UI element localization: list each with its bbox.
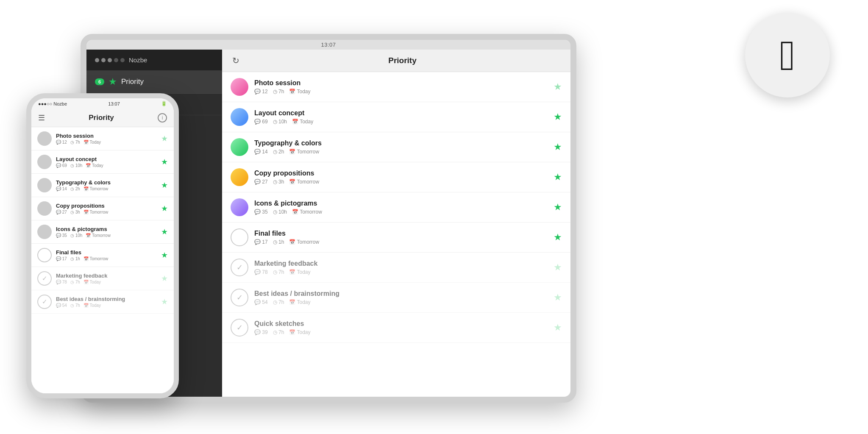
task-star-button[interactable]: ★ [554,202,562,213]
task-due: 📅 Tomorrow [292,209,322,215]
phone-task-meta: 💬 27 ◷ 3h 📅 Tomorrow [56,210,161,214]
task-info: Icons & pictograms 💬 35 ◷ 10h 📅 Tomorrow [254,200,554,215]
phone-task-info: Photo session 💬 12 ◷ 7h 📅 Today [56,133,161,145]
task-meta: 💬 27 ◷ 3h 📅 Tomorrow [254,179,554,185]
task-star-button[interactable]: ★ [554,172,562,183]
phone-task-item[interactable]: Copy propositions 💬 27 ◷ 3h 📅 Tomorrow ★ [31,197,174,220]
phone-task-star-button[interactable]: ★ [161,134,168,143]
task-avatar [231,78,248,96]
task-item[interactable]: Typography & colors 💬 14 ◷ 2h 📅 Tomorrow… [222,132,570,162]
phone-task-info: Layout concept 💬 69 ◷ 10h 📅 Today [56,156,161,168]
task-comments: 💬 27 [254,179,268,185]
phone-task-meta: 💬 14 ◷ 2h 📅 Tomorrow [56,186,161,191]
phone-comments: 💬 27 [56,210,67,214]
task-star-button[interactable]: ★ [554,81,562,92]
task-item[interactable]: Layout concept 💬 69 ◷ 10h 📅 Today ★ [222,102,570,132]
phone-time: ◷ 3h [70,210,80,214]
task-time: ◷ 10h [273,209,287,215]
phone-task-title: Icons & pictograms [56,226,161,232]
phone-header: ☰ Priority i [31,109,174,127]
task-time: ◷ 7h [273,269,284,275]
task-item[interactable]: Photo session 💬 12 ◷ 7h 📅 Today ★ [222,72,570,102]
phone-due: 📅 Today [83,140,101,145]
task-item[interactable]: ✓ Quick sketches 💬 39 ◷ 7h 📅 Today ★ [222,313,570,343]
phone-task-star-button[interactable]: ★ [161,157,168,167]
phone-task-item[interactable]: ✓ Marketing feedback 💬 78 ◷ 7h 📅 Today ★ [31,267,174,290]
task-due: 📅 Today [292,119,313,125]
phone-task-star-button[interactable]: ★ [161,250,168,260]
task-time: ◷ 10h [273,119,287,125]
sidebar-badge-priority: 6 [95,78,104,85]
phone-task-item[interactable]: Layout concept 💬 69 ◷ 10h 📅 Today ★ [31,150,174,174]
phone-due: 📅 Tomorrow [83,256,108,261]
phone-task-item[interactable]: Typography & colors 💬 14 ◷ 2h 📅 Tomorrow… [31,174,174,197]
phone-task-title: Layout concept [56,156,161,162]
tablet-status-bar: 13:07 [86,40,570,50]
phone-task-avatar [37,248,52,262]
sidebar-label-priority: Priority [121,78,144,86]
phone-due: 📅 Today [83,303,101,308]
task-star-button[interactable]: ★ [554,111,562,122]
phone-task-title: Photo session [56,133,161,139]
task-item[interactable]: ✓ Best ideas / brainstorming 💬 54 ◷ 7h 📅… [222,283,570,313]
task-info: Copy propositions 💬 27 ◷ 3h 📅 Tomorrow [254,170,554,185]
task-due: 📅 Tomorrow [289,149,319,155]
sidebar-item-priority[interactable]: 6 ★ Priority [86,70,222,94]
phone-task-info: Copy propositions 💬 27 ◷ 3h 📅 Tomorrow [56,203,161,214]
task-item[interactable]: ✓ Marketing feedback 💬 78 ◷ 7h 📅 Today ★ [222,253,570,283]
refresh-icon[interactable]: ↻ [232,56,239,66]
phone-task-item[interactable]: Icons & pictograms 💬 35 ◷ 10h 📅 Tomorrow… [31,220,174,244]
phone-task-meta: 💬 54 ◷ 7h 📅 Today [56,303,161,308]
task-info: Final files 💬 17 ◷ 1h 📅 Tomorrow [254,230,554,245]
task-comments: 💬 54 [254,299,268,305]
phone-time: ◷ 7h [70,303,80,308]
phone-task-title: Copy propositions [56,203,161,209]
task-title: Typography & colors [254,139,554,147]
phone-task-star-button[interactable]: ★ [161,181,168,190]
task-comments: 💬 78 [254,269,268,275]
phone-task-item[interactable]: ✓ Best ideas / brainstorming 💬 54 ◷ 7h 📅… [31,290,174,314]
phone-device: ●●●○○ Nozbe 13:07 🔋 ☰ Priority i Photo s… [26,93,179,398]
task-item[interactable]: Icons & pictograms 💬 35 ◷ 10h 📅 Tomorrow… [222,192,570,223]
phone-comments: 💬 35 [56,233,67,238]
phone-task-avatar [37,155,52,169]
phone-task-star-button[interactable]: ★ [161,297,168,306]
task-time: ◷ 2h [273,149,284,155]
task-title: Photo session [254,79,554,87]
task-title: Final files [254,230,554,237]
phone-comments: 💬 14 [56,186,67,191]
task-info: Photo session 💬 12 ◷ 7h 📅 Today [254,79,554,95]
phone-task-avatar [37,178,52,192]
task-title: Icons & pictograms [254,200,554,207]
phone-task-item[interactable]: Photo session 💬 12 ◷ 7h 📅 Today ★ [31,127,174,150]
phone-info-icon[interactable]: i [158,113,167,122]
phone-task-meta: 💬 17 ◷ 1h 📅 Tomorrow [56,256,161,261]
phone-task-star-button[interactable]: ★ [161,204,168,213]
task-star-button[interactable]: ★ [554,262,562,273]
phone-task-title: Best ideas / brainstorming [56,296,161,302]
phone-task-star-button[interactable]: ★ [161,274,168,283]
task-avatar [231,108,248,126]
phone-task-item[interactable]: Final files 💬 17 ◷ 1h 📅 Tomorrow ★ [31,244,174,267]
task-avatar [231,228,248,246]
task-star-button[interactable]: ★ [554,292,562,303]
task-star-button[interactable]: ★ [554,232,562,243]
phone-status-bar: ●●●○○ Nozbe 13:07 🔋 [31,98,174,109]
task-comments: 💬 69 [254,119,268,125]
task-meta: 💬 12 ◷ 7h 📅 Today [254,89,554,95]
phone-menu-icon[interactable]: ☰ [38,113,45,122]
phone-task-avatar [37,201,52,216]
task-item[interactable]: Copy propositions 💬 27 ◷ 3h 📅 Tomorrow ★ [222,162,570,192]
task-info: Marketing feedback 💬 78 ◷ 7h 📅 Today [254,260,554,275]
phone-time: ◷ 7h [70,140,80,145]
task-item[interactable]: Final files 💬 17 ◷ 1h 📅 Tomorrow ★ [222,223,570,253]
task-comments: 💬 17 [254,239,268,245]
task-star-button[interactable]: ★ [554,322,562,333]
task-star-button[interactable]: ★ [554,142,562,153]
task-info: Layout concept 💬 69 ◷ 10h 📅 Today [254,109,554,125]
task-check: ✓ [231,319,248,337]
phone-due: 📅 Tomorrow [86,233,111,238]
phone-task-star-button[interactable]: ★ [161,227,168,236]
apple-badge:  [745,13,830,97]
task-due: 📅 Tomorrow [289,239,319,245]
